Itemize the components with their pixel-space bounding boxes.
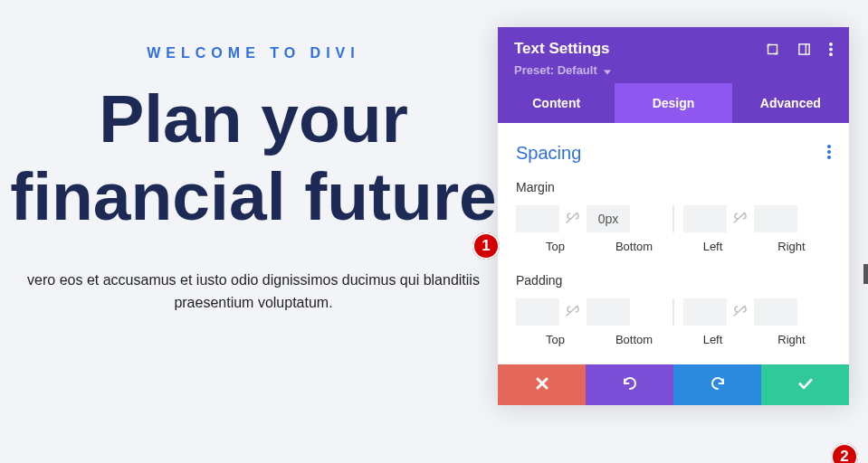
margin-left-input[interactable] [683, 205, 727, 232]
margin-label: Margin [516, 180, 831, 194]
sublabel-right: Right [752, 240, 831, 253]
link-values-icon[interactable] [732, 306, 749, 318]
padding-top-input[interactable] [516, 298, 559, 326]
callout-badge-1: 1 [472, 232, 500, 260]
divider [672, 205, 674, 232]
panel-body: Spacing Margin [498, 123, 849, 364]
tab-design[interactable]: Design [615, 83, 731, 123]
sublabel-top: Top [516, 240, 595, 253]
hero-kicker: WELCOME TO DIVI [0, 45, 507, 61]
section-title-spacing: Spacing [516, 143, 581, 164]
spacing-group-margin: Margin [516, 180, 831, 253]
sublabel-top: Top [516, 333, 595, 346]
sublabel-bottom: Bottom [595, 333, 673, 346]
expand-icon[interactable] [766, 43, 779, 56]
tab-bar: Content Design Advanced [498, 83, 849, 123]
svg-rect-0 [768, 44, 777, 53]
margin-top-input[interactable] [516, 205, 559, 232]
text-settings-panel: Text Settings Preset: Default Content De [498, 27, 849, 405]
redo-icon [710, 376, 726, 394]
panel-header: Text Settings Preset: Default [498, 27, 849, 83]
edge-accent [863, 264, 868, 284]
svg-point-4 [829, 47, 833, 51]
svg-point-3 [829, 43, 833, 46]
sublabel-left: Left [673, 240, 752, 253]
divider [672, 298, 674, 326]
panel-header-actions [766, 43, 833, 56]
margin-right-input[interactable] [754, 205, 797, 232]
close-icon [536, 377, 548, 393]
panel-footer [498, 364, 849, 405]
cancel-button[interactable] [498, 364, 586, 405]
save-button[interactable] [761, 364, 849, 405]
padding-bottom-input[interactable] [587, 298, 630, 326]
svg-point-8 [827, 156, 831, 159]
sublabel-right: Right [752, 333, 831, 346]
tab-advanced[interactable]: Advanced [732, 83, 849, 123]
padding-left-input[interactable] [683, 298, 727, 326]
margin-bottom-input[interactable] [587, 205, 630, 232]
hero-headline: Plan your financial future [0, 80, 507, 236]
check-icon [798, 377, 813, 393]
link-values-icon[interactable] [565, 306, 581, 318]
spacing-group-padding: Padding [516, 273, 831, 346]
link-values-icon[interactable] [565, 213, 581, 225]
section-menu-icon[interactable] [827, 143, 831, 164]
undo-icon [622, 376, 638, 394]
hero: WELCOME TO DIVI Plan your financial futu… [0, 0, 507, 315]
svg-rect-1 [799, 43, 809, 53]
svg-point-6 [827, 145, 831, 148]
preset-label: Preset: Default [514, 63, 597, 77]
chevron-down-icon [604, 64, 611, 78]
callout-badge-2: 2 [831, 443, 858, 463]
sublabel-left: Left [673, 333, 752, 346]
sublabel-bottom: Bottom [595, 240, 673, 253]
undo-button[interactable] [586, 364, 673, 405]
padding-label: Padding [516, 273, 831, 288]
redo-button[interactable] [673, 364, 761, 405]
panel-title: Text Settings [514, 40, 609, 58]
hero-subcopy: vero eos et accusamus et iusto odio dign… [0, 269, 507, 315]
tab-content[interactable]: Content [498, 83, 615, 123]
more-icon[interactable] [829, 43, 833, 56]
svg-point-5 [829, 52, 833, 56]
preset-selector[interactable]: Preset: Default [514, 63, 833, 78]
link-values-icon[interactable] [732, 213, 749, 225]
padding-right-input[interactable] [754, 298, 797, 326]
sidebar-snap-icon[interactable] [797, 43, 811, 56]
svg-point-7 [827, 150, 831, 154]
